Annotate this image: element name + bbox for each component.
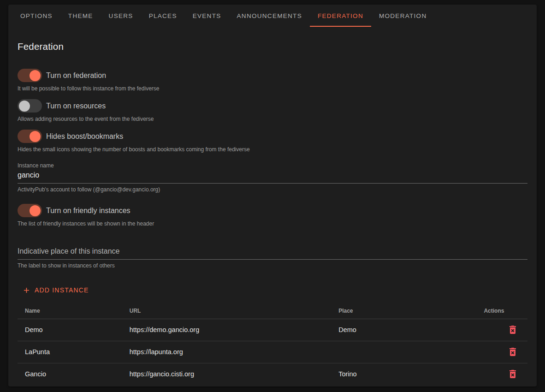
friendly-instances-toggle-hint: The list of friendly instances will be s… [18, 220, 527, 227]
hide-boosts-toggle-hint: Hides the small icons showing the number… [18, 146, 527, 153]
instance-url-cell: https://demo.gancio.org [122, 319, 331, 341]
instance-name-cell: LaPunta [18, 341, 122, 363]
setting-hide-boosts: Hides boost/bookmarks Hides the small ic… [18, 130, 527, 153]
tab-theme[interactable]: THEME [60, 5, 101, 27]
instance-url-cell: https://lapunta.org [122, 341, 331, 363]
instance-place-hint: The label to show in instances of others [18, 262, 527, 269]
tab-announcements[interactable]: ANNOUNCEMENTS [229, 5, 310, 27]
column-header-actions: Actions [476, 303, 527, 319]
trusted-instances-table: Name URL Place Actions Demo https://demo… [18, 303, 527, 385]
toggle-knob [30, 131, 41, 142]
federation-toggle-hint: It will be possible to follow this insta… [18, 85, 527, 92]
instance-place-field-wrap: The label to show in instances of others [18, 244, 527, 269]
setting-resources: Turn on resources Allows adding resource… [18, 99, 527, 122]
toggle-knob [19, 101, 30, 112]
setting-federation: Turn on federation It will be possible t… [18, 69, 527, 92]
admin-tabs: OPTIONS THEME USERS PLACES EVENTS ANNOUN… [8, 5, 537, 27]
add-instance-button-label: ADD INSTANCE [35, 286, 89, 294]
friendly-instances-toggle[interactable] [18, 204, 42, 217]
delete-forever-icon [507, 368, 518, 380]
tab-federation[interactable]: FEDERATION [310, 5, 371, 27]
federation-panel: Federation Turn on federation It will be… [8, 41, 537, 385]
resources-toggle-label[interactable]: Turn on resources [46, 102, 106, 110]
instance-name-field-wrap: Instance name ActivityPub's account to f… [18, 162, 527, 193]
instance-url-cell: https://gancio.cisti.org [122, 363, 331, 385]
plus-icon [22, 286, 31, 295]
tab-options[interactable]: OPTIONS [12, 5, 60, 27]
instance-name-cell: Gancio [18, 363, 122, 385]
setting-friendly-instances: Turn on friendly instances The list of f… [18, 204, 527, 227]
delete-forever-icon [507, 324, 518, 335]
friendly-instances-toggle-label[interactable]: Turn on friendly instances [46, 207, 130, 215]
toggle-knob [30, 70, 41, 81]
page-title: Federation [18, 41, 527, 52]
federation-toggle[interactable] [18, 69, 42, 82]
table-header-row: Name URL Place Actions [18, 303, 527, 319]
instance-place-input[interactable] [18, 244, 527, 260]
tab-events[interactable]: EVENTS [185, 5, 229, 27]
delete-instance-button[interactable] [505, 344, 520, 359]
hide-boosts-toggle-label[interactable]: Hides boost/bookmarks [46, 132, 123, 141]
resources-toggle-hint: Allows adding resources to the event fro… [18, 116, 527, 122]
add-instance-button[interactable]: ADD INSTANCE [18, 282, 94, 298]
admin-panel-card: OPTIONS THEME USERS PLACES EVENTS ANNOUN… [8, 5, 537, 386]
tab-users[interactable]: USERS [101, 5, 141, 27]
instance-place-cell [331, 341, 476, 363]
column-header-place: Place [331, 303, 476, 319]
instance-place-cell: Torino [331, 363, 476, 385]
federation-toggle-label[interactable]: Turn on federation [46, 71, 106, 80]
instance-name-label: Instance name [18, 162, 527, 169]
instance-name-cell: Demo [18, 319, 122, 341]
column-header-name: Name [18, 303, 122, 319]
table-row: Demo https://demo.gancio.org Demo [18, 319, 527, 341]
delete-forever-icon [507, 346, 518, 357]
column-header-url: URL [122, 303, 331, 319]
table-row: Gancio https://gancio.cisti.org Torino [18, 363, 527, 385]
hide-boosts-toggle[interactable] [18, 130, 42, 143]
instance-place-cell: Demo [331, 319, 476, 341]
table-row: LaPunta https://lapunta.org [18, 341, 527, 363]
instance-name-input[interactable] [18, 170, 527, 184]
instance-name-hint: ActivityPub's account to follow (@gancio… [18, 186, 527, 193]
tab-places[interactable]: PLACES [141, 5, 185, 27]
toggle-knob [30, 205, 41, 216]
tab-moderation[interactable]: MODERATION [371, 5, 435, 27]
delete-instance-button[interactable] [505, 367, 520, 381]
resources-toggle[interactable] [18, 99, 42, 113]
delete-instance-button[interactable] [505, 322, 520, 337]
